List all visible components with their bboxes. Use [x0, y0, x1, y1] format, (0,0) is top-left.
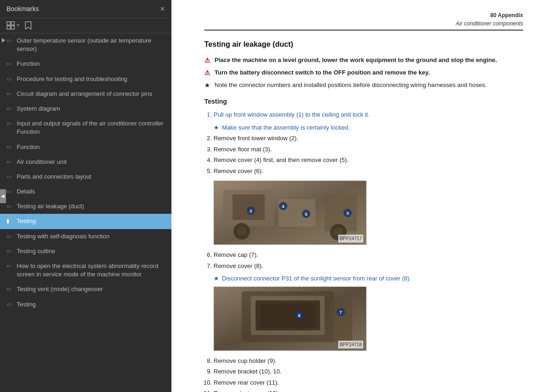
main-content: 80 Appendix Air conditioner components T… — [171, 0, 556, 392]
bookmark-label-function-1: Function — [17, 60, 167, 68]
svg-rect-2 — [7, 26, 10, 29]
bookmark-item-testing-self[interactable]: ▭Testing with self-diagnosis function — [0, 229, 171, 244]
bookmark-icon-function-2: ▭ — [6, 143, 13, 150]
list-view-button[interactable] — [6, 21, 20, 30]
steps-list-3: Remove cap (7). Remove cover (8). — [214, 250, 523, 270]
sidebar-toolbar — [0, 18, 171, 33]
bookmark-item-outer-temp[interactable]: ▭Outer temperature sensor (outside air t… — [0, 33, 171, 56]
bookmark-icon-function-1: ▭ — [6, 60, 13, 67]
bookmark-item-details[interactable]: ▭Details — [0, 184, 171, 199]
step-4: Remove cover (4) first, and then remove … — [214, 156, 523, 165]
sub-note-star-2: ★ — [214, 274, 219, 283]
bookmark-icon-system-diagram: ▭ — [6, 105, 13, 112]
bookmark-item-input-output[interactable]: ▭Input and output signals of the air con… — [0, 116, 171, 139]
bookmark-item-testing-outline[interactable]: ▭Testing outline — [0, 244, 171, 259]
step-7: Remove cover (8). — [214, 261, 523, 271]
warning-1: ⚠ Place the machine on a level ground, l… — [204, 56, 523, 65]
collapse-sidebar-button[interactable]: ◀ — [0, 189, 6, 203]
warning-2: ⚠ Turn the battery disconnect switch to … — [204, 68, 523, 78]
warning-icon-2: ⚠ — [204, 68, 212, 78]
bookmark-icon-testing-outline: ▭ — [6, 248, 13, 255]
bookmark-icon-input-output: ▭ — [6, 120, 13, 127]
main-title: Testing air leakage (duct) — [204, 39, 523, 50]
bookmark-item-circuit[interactable]: ▭Circuit diagram and arrangement of conn… — [0, 87, 171, 101]
step-8: Remove cup holder (9). — [214, 356, 523, 366]
bookmark-label-outer-temp: Outer temperature sensor (outside air te… — [17, 37, 167, 53]
chevron-down-icon — [16, 23, 20, 28]
bookmark-icon-testing-air: ▭ — [6, 203, 13, 210]
bookmark-item-function-2[interactable]: ▭Function — [0, 140, 171, 155]
step-10: Remove rear cover (11). — [214, 378, 523, 387]
bookmark-icon-details: ▭ — [6, 188, 13, 195]
bookmark-item-parts-connectors[interactable]: ▭Parts and connectors layout — [0, 169, 171, 184]
bookmark-label-how-to-open: How to open the electrical system abnorm… — [17, 262, 167, 279]
bookmark-label-circuit: Circuit diagram and arrangement of conne… — [17, 90, 167, 98]
bookmark-icon-testing-2: ▭ — [6, 301, 13, 308]
page-header: 80 Appendix Air conditioner components — [204, 11, 523, 31]
bookmark-label-procedure: Procedure for testing and troubleshootin… — [17, 75, 167, 83]
bookmark-item-ac-unit[interactable]: ▭Air conditioner unit — [0, 155, 171, 169]
step-2: Remove front lower window (2). — [214, 134, 523, 143]
bookmark-item-testing-air[interactable]: ▭Testing air leakage (duct) — [0, 199, 171, 214]
bookmark-label-testing-2: Testing — [17, 300, 167, 309]
note-text-1: Note the connector numbers and installed… — [215, 81, 487, 90]
sub-note-star-1: ★ — [214, 123, 219, 132]
bookmark-icon-outer-temp: ▭ — [6, 37, 13, 44]
bookmark-icon-how-to-open: ▭ — [6, 262, 13, 269]
bookmark-label-function-2: Function — [17, 143, 167, 151]
steps-list-2: Remove front lower window (2). Remove fl… — [214, 134, 523, 175]
note-star-1: ★ — [204, 81, 212, 90]
svg-rect-1 — [11, 22, 14, 25]
page-number: 80 Appendix — [490, 12, 523, 19]
bookmark-item-testing[interactable]: ▮Testing — [0, 214, 171, 229]
step-9: Remove bracket (10), 10. — [214, 367, 523, 376]
bookmark-icon-testing: ▮ — [6, 218, 13, 224]
sub-note-2: ★ Disconnect connector P31 of the sunlig… — [214, 274, 523, 283]
list-icon — [6, 21, 15, 30]
bookmark-label-testing-self: Testing with self-diagnosis function — [17, 232, 167, 241]
svg-text:8: 8 — [298, 313, 301, 318]
section-subtitle: Air conditioner components — [204, 19, 523, 28]
bookmark-label-input-output: Input and output signals of the air cond… — [17, 119, 167, 136]
bookmark-item-testing-vent[interactable]: ▭Testing vent (mode) changeover — [0, 282, 171, 297]
close-sidebar-button[interactable]: × — [160, 5, 165, 13]
steps-list-4: Remove cup holder (9). Remove bracket (1… — [214, 356, 523, 392]
step-5: Remove cover (6). — [214, 167, 523, 176]
bookmark-item-how-to-open[interactable]: ▭How to open the electrical system abnor… — [0, 259, 171, 282]
warning-text-1: Place the machine on a level ground, low… — [215, 56, 497, 65]
step-3: Remove floor mat (3). — [214, 145, 523, 154]
bookmark-item-function-1[interactable]: ▭Function — [0, 56, 171, 71]
bookmark-icon-ac-unit: ▭ — [6, 158, 13, 165]
step-11: Remove duct cover (12). — [214, 389, 523, 392]
svg-text:5: 5 — [305, 212, 308, 217]
svg-point-10 — [237, 227, 246, 236]
bookmark-icon-testing-vent: ▭ — [6, 286, 13, 292]
svg-rect-25 — [260, 304, 315, 327]
warning-text-2: Turn the battery disconnect switch to th… — [215, 68, 430, 77]
sidebar: Bookmarks × ▭Outer temperature sensor (o… — [0, 0, 171, 392]
image1-tag: BPP24717 — [338, 235, 363, 243]
warning-icon-1: ⚠ — [204, 56, 212, 65]
bookmark-item-procedure[interactable]: ▭Procedure for testing and troubleshooti… — [0, 72, 171, 87]
bookmark-icon-parts-connectors: ▭ — [6, 173, 13, 180]
svg-rect-6 — [233, 194, 265, 220]
bookmark-label-testing-air: Testing air leakage (duct) — [17, 202, 167, 211]
bookmark-item-system-diagram[interactable]: ▭System diagram — [0, 101, 171, 116]
machine-image-1: 4 5 2 3 BPP24717 — [214, 181, 366, 245]
svg-text:2: 2 — [250, 208, 253, 213]
svg-text:7: 7 — [340, 310, 342, 315]
bookmark-label-ac-unit: Air conditioner unit — [17, 158, 167, 166]
bookmark-icon-procedure: ▭ — [6, 75, 13, 82]
svg-rect-0 — [7, 22, 10, 25]
sub-note-1: ★ Make sure that the assembly is certain… — [214, 123, 523, 132]
step-1: Pull up front window assembly (1) to the… — [214, 110, 523, 119]
bookmark-icon — [24, 21, 32, 30]
step-6: Remove cap (7). — [214, 250, 523, 260]
bookmark-icon-button[interactable] — [24, 21, 32, 30]
image2-tag: BPP24718 — [338, 341, 363, 348]
bookmark-label-parts-connectors: Parts and connectors layout — [17, 173, 167, 181]
bookmark-item-testing-2[interactable]: ▭Testing — [0, 297, 171, 312]
bookmark-label-system-diagram: System diagram — [17, 105, 167, 113]
bookmark-icon-circuit: ▭ — [6, 90, 13, 97]
sidebar-title: Bookmarks — [6, 5, 39, 12]
